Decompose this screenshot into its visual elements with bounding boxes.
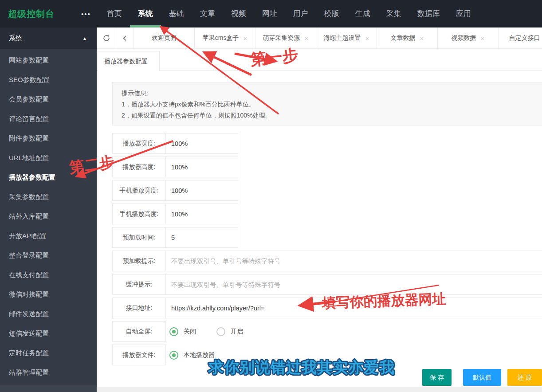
nav-item-video[interactable]: 视频 <box>231 0 246 27</box>
sidebar-item-player-params[interactable]: 播放器参数配置 <box>0 168 97 187</box>
sidebar-item-open-api[interactable]: 开放API配置 <box>0 226 97 246</box>
tab-welcome[interactable]: 欢迎页面 <box>134 27 195 49</box>
sidebar-section-title: 系统 <box>9 34 22 43</box>
radio-option-on[interactable]: 开启 <box>216 327 243 336</box>
nav-item-database[interactable]: 数据库 <box>417 0 440 27</box>
more-menu-icon[interactable]: ••• <box>81 10 91 18</box>
field-label: 播放器高度: <box>113 157 166 177</box>
field-label: 手机播放高度: <box>113 204 166 224</box>
player-height-input[interactable] <box>171 164 232 171</box>
nav-item-url[interactable]: 网址 <box>262 0 277 27</box>
chevron-left-icon <box>121 34 129 42</box>
top-navbar: 超级控制台 ••• 首页 系统 基础 文章 视频 网址 用户 模版 生成 采集 … <box>0 0 542 27</box>
radio-unchecked-icon[interactable] <box>216 327 225 336</box>
form-row-preload-time: 预加载时间: <box>112 227 238 248</box>
nav-item-template[interactable]: 模版 <box>324 0 339 27</box>
form-row-preload-tip: 预加载提示: <box>112 251 542 271</box>
admin-console: 超级控制台 ••• 首页 系统 基础 文章 视频 网址 用户 模版 生成 采集 … <box>0 0 542 392</box>
sidebar-item-sms[interactable]: 短信发送配置 <box>0 324 97 343</box>
sidebar-item-collect-params[interactable]: 采集参数配置 <box>0 187 97 207</box>
refresh-button[interactable] <box>97 27 116 49</box>
radio-checked-icon[interactable] <box>169 327 178 336</box>
radio-option-off[interactable]: 关闭 <box>169 327 196 336</box>
sidebar-menu: 网站参数配置 SEO参数配置 会员参数配置 评论留言配置 附件参数配置 URL地… <box>0 49 97 382</box>
tab-label: 萌芽采集资源 <box>263 34 300 42</box>
sidebar-item-email[interactable]: 邮件发送配置 <box>0 304 97 324</box>
form-row-auto-fullscreen: 自动全屏: 关闭 开启 <box>112 321 263 342</box>
close-icon[interactable]: × <box>481 35 485 42</box>
tab-mengya-resources[interactable]: 萌芽采集资源 × <box>255 27 316 49</box>
auto-fullscreen-radio-group: 关闭 开启 <box>169 321 263 342</box>
radio-option-local-player[interactable]: 本地播放器 <box>169 351 215 360</box>
tab-label: 海螺主题设置 <box>324 34 361 42</box>
tab-label: 欢迎页面 <box>152 34 177 42</box>
main-content: 播放器参数配置 提示信息: 1，播放器大小支持px像素和%百分比两种单位。 2，… <box>97 49 542 392</box>
mobile-play-width-input[interactable] <box>171 187 232 194</box>
sidebar-item-member-params[interactable]: 会员参数配置 <box>0 90 97 109</box>
close-icon[interactable]: × <box>420 35 424 42</box>
radio-label: 关闭 <box>184 328 196 336</box>
sidebar: 系统 ▲ 网站参数配置 SEO参数配置 会员参数配置 评论留言配置 附件参数配置… <box>0 27 97 392</box>
field-label: 播放器宽度: <box>113 133 166 153</box>
sidebar-item-wechat[interactable]: 微信对接配置 <box>0 285 97 304</box>
sidebar-item-online-payment[interactable]: 在线支付配置 <box>0 265 97 285</box>
sidebar-item-scheduled-tasks[interactable]: 定时任务配置 <box>0 343 97 363</box>
nav-item-collect[interactable]: 采集 <box>386 0 401 27</box>
field-label: 手机播放宽度: <box>113 180 166 200</box>
buffer-tip-input[interactable] <box>171 281 542 288</box>
nav-item-system[interactable]: 系统 <box>138 0 153 27</box>
player-width-input[interactable] <box>171 140 232 147</box>
sidebar-item-site-params[interactable]: 网站参数配置 <box>0 51 97 70</box>
page-tab-player-params[interactable]: 播放器参数配置 <box>98 51 160 71</box>
tabs-scroll-left-button[interactable] <box>116 27 134 49</box>
mobile-play-height-input[interactable] <box>171 211 232 218</box>
tips-line-1: 1，播放器大小支持px像素和%百分比两种单位。 <box>122 99 542 110</box>
tab-custom-api[interactable]: 自定义接口 × <box>499 27 542 49</box>
nav-item-user[interactable]: 用户 <box>293 0 308 27</box>
tips-line-2: 2，如果设置的值不包含任何单位，则按照100%处理。 <box>122 110 542 121</box>
tab-label: 苹果cms盒子 <box>203 34 239 42</box>
nav-item-app[interactable]: 应用 <box>456 0 471 27</box>
tab-video-data[interactable]: 视频数据 × <box>438 27 499 49</box>
form-row-mobile-width: 手机播放宽度: <box>112 180 238 201</box>
sidebar-item-external-storage[interactable]: 站外入库配置 <box>0 207 97 226</box>
field-label: 自动全屏: <box>112 321 166 342</box>
tab-label: 视频数据 <box>452 34 476 42</box>
restore-button[interactable]: 还 原 <box>507 369 542 386</box>
tab-hailuo-theme[interactable]: 海螺主题设置 × <box>316 27 377 49</box>
default-value-button[interactable]: 默认值 <box>463 369 501 386</box>
form-row-api-url: 接口地址: <box>112 298 542 318</box>
nav-item-home[interactable]: 首页 <box>107 0 122 27</box>
form-row-player-height: 播放器高度: <box>112 157 238 177</box>
refresh-icon <box>102 34 111 43</box>
nav-item-generate[interactable]: 生成 <box>355 0 370 27</box>
sidebar-footer-strip <box>0 385 97 392</box>
tab-label: 文章数据 <box>391 34 416 42</box>
radio-checked-icon[interactable] <box>169 351 178 360</box>
nav-item-article[interactable]: 文章 <box>200 0 215 27</box>
tab-article-data[interactable]: 文章数据 × <box>377 27 438 49</box>
sidebar-item-comment-config[interactable]: 评论留言配置 <box>0 109 97 129</box>
sidebar-item-integrated-login[interactable]: 整合登录配置 <box>0 246 97 265</box>
nav-item-basic[interactable]: 基础 <box>169 0 184 27</box>
sidebar-section-system[interactable]: 系统 ▲ <box>0 27 97 49</box>
tab-apple-cms-box[interactable]: 苹果cms盒子 × <box>195 27 255 49</box>
close-icon[interactable]: × <box>305 35 309 42</box>
top-nav-menu: 首页 系统 基础 文章 视频 网址 用户 模版 生成 采集 数据库 应用 <box>107 0 471 27</box>
field-label: 播放器文件: <box>112 345 166 365</box>
preload-time-input[interactable] <box>171 234 232 241</box>
preload-tip-input[interactable] <box>171 258 542 265</box>
close-icon[interactable]: × <box>365 35 369 42</box>
form-row-buffer-tip: 缓冲提示: <box>112 274 542 295</box>
app-logo[interactable]: 超级控制台 <box>8 8 55 20</box>
save-button[interactable]: 保 存 <box>422 369 452 386</box>
tips-box: 提示信息: 1，播放器大小支持px像素和%百分比两种单位。 2，如果设置的值不包… <box>112 82 542 125</box>
sidebar-item-site-group[interactable]: 站群管理配置 <box>0 363 97 382</box>
sidebar-item-attachment-params[interactable]: 附件参数配置 <box>0 129 97 148</box>
sidebar-item-seo-params[interactable]: SEO参数配置 <box>0 70 97 90</box>
field-label: 缓冲提示: <box>113 274 166 294</box>
sidebar-item-url-config[interactable]: URL地址配置 <box>0 148 97 168</box>
close-icon[interactable]: × <box>243 35 247 42</box>
field-label: 预加载提示: <box>113 251 166 271</box>
api-url-input[interactable] <box>171 305 542 312</box>
